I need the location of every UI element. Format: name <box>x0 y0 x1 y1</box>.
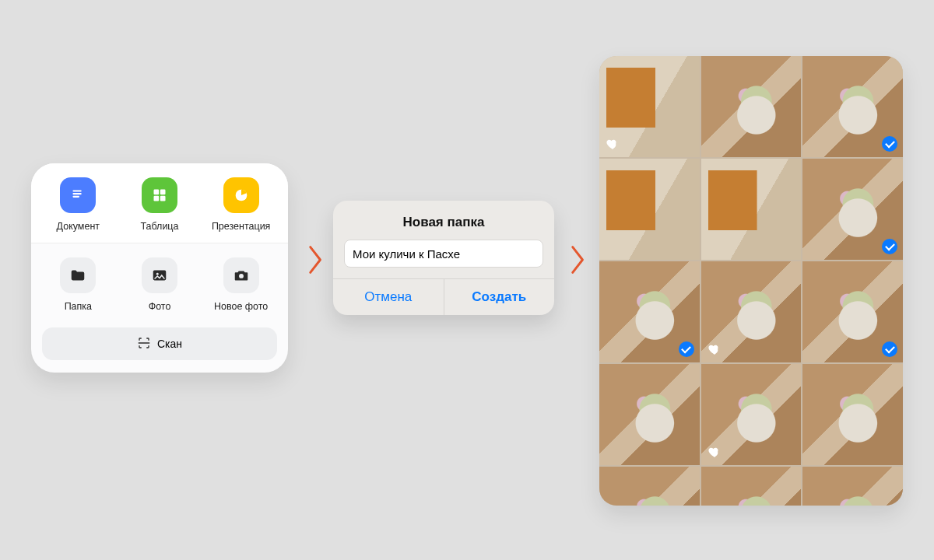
create-button[interactable]: Создать <box>444 279 555 315</box>
svg-point-7 <box>156 273 159 275</box>
photo-thumb[interactable] <box>701 364 802 465</box>
photo-thumb[interactable] <box>802 467 903 506</box>
image-icon <box>142 257 177 293</box>
doc-icon <box>60 177 96 213</box>
photo-thumb[interactable] <box>802 56 903 157</box>
arrow-icon <box>306 240 326 280</box>
photo-thumb[interactable] <box>701 159 802 260</box>
scan-icon <box>137 336 151 352</box>
selected-check-icon <box>679 341 694 357</box>
photo-thumb[interactable] <box>599 56 700 157</box>
svg-rect-3 <box>153 196 159 201</box>
svg-point-8 <box>239 274 244 278</box>
tile-label: Презентация <box>212 221 271 232</box>
cancel-button[interactable]: Отмена <box>333 279 444 315</box>
create-row-bottom: Папка Фото Новое фото <box>31 243 288 323</box>
dialog-buttons: Отмена Создать <box>333 278 554 315</box>
tile-document[interactable]: Документ <box>40 177 115 232</box>
pie-icon <box>223 177 259 213</box>
tile-label: Документ <box>57 221 100 232</box>
svg-rect-2 <box>160 190 166 195</box>
create-row-top: Документ Таблица Презентация <box>31 163 288 243</box>
folder-name-input[interactable] <box>344 240 543 268</box>
new-folder-dialog: Новая папка Отмена Создать <box>333 201 554 315</box>
photo-thumb[interactable] <box>599 159 700 260</box>
tile-presentation[interactable]: Презентация <box>204 177 279 232</box>
favorite-heart-icon <box>605 136 620 152</box>
create-sheet: Документ Таблица Презентация Папка Фо <box>31 163 288 373</box>
tile-label: Таблица <box>140 221 178 232</box>
svg-rect-1 <box>153 190 159 195</box>
selected-check-icon <box>882 136 897 152</box>
photo-thumb[interactable] <box>802 261 903 362</box>
arrow-icon <box>568 240 588 280</box>
dialog-title: Новая папка <box>333 201 554 240</box>
selected-check-icon <box>882 341 897 357</box>
folder-icon <box>60 257 96 293</box>
tile-folder[interactable]: Папка <box>40 257 115 312</box>
tile-new-photo[interactable]: Новое фото <box>204 257 279 312</box>
photo-picker <box>599 56 903 506</box>
tile-label: Новое фото <box>214 301 268 312</box>
photo-grid <box>599 56 903 506</box>
photo-thumb[interactable] <box>599 261 700 362</box>
svg-rect-4 <box>160 196 166 201</box>
photo-thumb[interactable] <box>701 467 802 506</box>
tile-photo[interactable]: Фото <box>122 257 197 312</box>
scan-button[interactable]: Скан <box>42 327 277 360</box>
scan-label: Скан <box>157 338 182 350</box>
favorite-heart-icon <box>707 444 722 460</box>
camera-icon <box>223 257 259 293</box>
selected-check-icon <box>882 239 897 254</box>
tile-spreadsheet[interactable]: Таблица <box>122 177 197 232</box>
favorite-heart-icon <box>707 341 722 357</box>
photo-thumb[interactable] <box>599 467 700 506</box>
grid-icon <box>142 177 177 213</box>
photo-thumb[interactable] <box>701 56 802 157</box>
tile-label: Фото <box>149 301 171 312</box>
photo-thumb[interactable] <box>701 261 802 362</box>
photo-thumb[interactable] <box>802 159 903 260</box>
photo-thumb[interactable] <box>599 364 700 465</box>
tile-label: Папка <box>65 301 92 312</box>
photo-thumb[interactable] <box>802 364 903 465</box>
